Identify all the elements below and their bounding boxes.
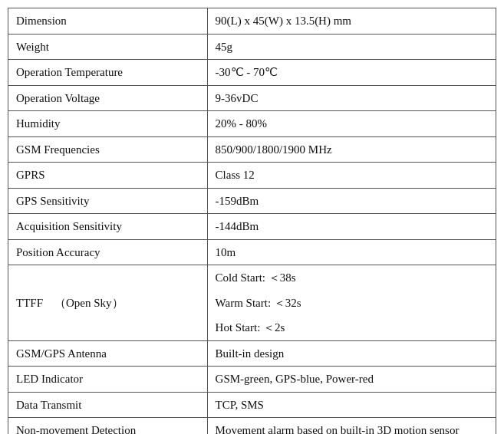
row-label: Operation Temperature <box>8 60 208 86</box>
ttff-label: TTFF （Open Sky） <box>8 265 208 341</box>
row-value: Class 12 <box>207 163 496 189</box>
row-value: 45g <box>207 34 496 60</box>
table-row: GSM/GPS Antenna Built-in design <box>8 340 496 367</box>
table-row: Operation Voltage 9-36vDC <box>8 85 496 111</box>
table-row: Position Accuracy 10m <box>8 239 496 265</box>
ttff-value-hot: Hot Start: ＜2s <box>207 315 496 340</box>
row-label: Acquisition Sensitivity <box>8 214 208 240</box>
table-row: Operation Temperature -30℃ - 70℃ <box>8 60 496 86</box>
ttff-value-cold: Cold Start: ＜38s <box>207 265 496 291</box>
row-label: Position Accuracy <box>8 239 208 265</box>
row-value: 10m <box>207 239 496 265</box>
row-value: -144dBm <box>207 214 496 240</box>
table-row: Acquisition Sensitivity -144dBm <box>8 214 496 240</box>
row-value: -30℃ - 70℃ <box>207 60 496 86</box>
row-label: Non-movement Detection <box>8 418 208 435</box>
row-label: Data Transmit <box>8 392 208 418</box>
row-label: GSM/GPS Antenna <box>8 340 208 367</box>
table-row: Non-movement Detection Movement alarm ba… <box>8 418 496 435</box>
row-label: GSM Frequencies <box>8 136 208 163</box>
row-value: -159dBm <box>207 188 496 214</box>
table-row: Data Transmit TCP, SMS <box>8 392 496 418</box>
row-label: GPRS <box>8 163 208 189</box>
table-row: GPRS Class 12 <box>8 163 496 189</box>
row-value: 850/900/1800/1900 MHz <box>207 136 496 163</box>
row-value: 9-36vDC <box>207 85 496 111</box>
table-row: GSM Frequencies 850/900/1800/1900 MHz <box>8 136 496 163</box>
row-value: TCP, SMS <box>207 392 496 418</box>
row-value: GSM-green, GPS-blue, Power-red <box>207 367 496 393</box>
row-label: LED Indicator <box>8 367 208 393</box>
row-value: Built-in design <box>207 340 496 367</box>
table-row: LED Indicator GSM-green, GPS-blue, Power… <box>8 367 496 393</box>
table-row: Weight 45g <box>8 34 496 60</box>
row-label: GPS Sensitivity <box>8 188 208 214</box>
specs-table: Dimension 90(L) x 45(W) x 13.5(H) mm Wei… <box>8 8 496 434</box>
ttff-value-warm: Warm Start: ＜32s <box>207 291 496 316</box>
row-value: 90(L) x 45(W) x 13.5(H) mm <box>207 8 496 35</box>
ttff-row: TTFF （Open Sky） Cold Start: ＜38s <box>8 265 496 291</box>
row-value: 20% - 80% <box>207 111 496 137</box>
table-row: GPS Sensitivity -159dBm <box>8 188 496 214</box>
row-label: Humidity <box>8 111 208 137</box>
table-row: Humidity 20% - 80% <box>8 111 496 137</box>
table-row: Dimension 90(L) x 45(W) x 13.5(H) mm <box>8 8 496 35</box>
row-value: Movement alarm based on built-in 3D moti… <box>207 418 496 435</box>
row-label: Operation Voltage <box>8 85 208 111</box>
row-label: Weight <box>8 34 208 60</box>
row-label: Dimension <box>8 8 208 35</box>
